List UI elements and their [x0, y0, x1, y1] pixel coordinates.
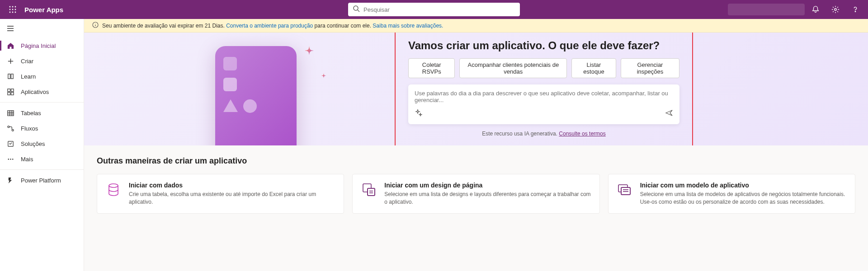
nav-divider: [0, 102, 84, 103]
nav-label: Tabelas: [21, 110, 41, 117]
card-desc: Crie uma tabela, escolha uma existente o…: [129, 191, 335, 206]
nav-learn[interactable]: Learn: [0, 69, 84, 84]
card-title: Iniciar com dados: [129, 182, 335, 189]
card-desc: Selecione em uma lista de modelos de apl…: [640, 191, 847, 206]
nav-tables[interactable]: Tabelas: [0, 105, 84, 121]
home-icon: [6, 42, 14, 50]
nav-label: Fluxos: [21, 125, 38, 132]
svg-rect-18: [7, 89, 10, 91]
template-icon: [617, 182, 633, 198]
left-sidebar: Página Inicial Criar Learn Aplicativos T…: [0, 19, 84, 271]
sparkle-icon: [319, 73, 328, 82]
svg-point-36: [109, 184, 118, 187]
top-header: Power Apps: [0, 0, 868, 19]
more-icon: [6, 155, 14, 163]
suggestion-chips: Coletar RSVPs Acompanhar clientes potenc…: [408, 58, 679, 78]
environment-picker[interactable]: [728, 4, 805, 15]
svg-point-9: [354, 6, 358, 10]
hero-title: Vamos criar um aplicativo. O que ele dev…: [408, 39, 679, 52]
nav-home[interactable]: Página Inicial: [0, 38, 84, 53]
svg-point-8: [15, 12, 16, 13]
flow-icon: [6, 124, 14, 132]
copilot-hero-card: Vamos criar um aplicativo. O que ele dev…: [395, 33, 693, 145]
trial-banner: Seu ambiente de avaliação vai expirar em…: [84, 19, 868, 33]
svg-point-12: [855, 11, 855, 12]
svg-rect-22: [7, 110, 13, 115]
card-title: Iniciar com um modelo de aplicativo: [640, 182, 847, 189]
nav-create[interactable]: Criar: [0, 53, 84, 69]
svg-point-31: [10, 159, 11, 159]
nav-label: Mais: [21, 156, 33, 163]
chip-inspections[interactable]: Gerenciar inspeções: [621, 58, 679, 78]
chip-sales-leads[interactable]: Acompanhar clientes potenciais de vendas: [459, 58, 567, 78]
nav-label: Aplicativos: [21, 89, 49, 95]
main-content: Seu ambiente de avaliação vai expirar em…: [84, 19, 868, 271]
svg-point-32: [12, 159, 13, 159]
svg-point-1: [12, 6, 14, 8]
plus-icon: [6, 57, 14, 65]
sparkle-icon[interactable]: [415, 109, 423, 119]
copilot-prompt-input[interactable]: [415, 90, 673, 104]
app-title: Power Apps: [24, 6, 63, 14]
svg-rect-20: [7, 92, 10, 95]
nav-power-platform[interactable]: Power Platform: [0, 173, 84, 188]
card-start-with-design[interactable]: Iniciar com um design de página Selecion…: [352, 174, 599, 214]
book-icon: [6, 72, 14, 80]
copilot-prompt-box: [408, 84, 679, 124]
chip-rsvp[interactable]: Coletar RSVPs: [408, 58, 455, 78]
card-start-with-template[interactable]: Iniciar com um modelo de aplicativo Sele…: [608, 174, 855, 214]
banner-text: Seu ambiente de avaliação vai expirar em…: [102, 23, 443, 29]
svg-rect-19: [11, 89, 14, 91]
sparkle-icon: [301, 46, 317, 62]
nav-label: Learn: [21, 73, 36, 80]
svg-point-0: [9, 6, 11, 8]
app-launcher-icon[interactable]: [4, 0, 22, 19]
nav-flows[interactable]: Fluxos: [0, 121, 84, 136]
nav-label: Página Inicial: [21, 42, 56, 49]
nav-solutions[interactable]: Soluções: [0, 136, 84, 151]
banner-link-convert[interactable]: Converta o ambiente para produção: [226, 23, 313, 29]
nav-apps[interactable]: Aplicativos: [0, 84, 84, 99]
svg-point-11: [835, 9, 837, 11]
hero-illustration: [215, 46, 297, 145]
svg-point-7: [12, 12, 14, 13]
terms-link[interactable]: Consulte os termos: [559, 131, 605, 137]
info-icon: [92, 22, 99, 29]
card-desc: Selecione em uma lista de designs e layo…: [384, 191, 591, 206]
settings-icon[interactable]: [826, 0, 844, 19]
nav-label: Power Platform: [21, 177, 61, 184]
send-icon[interactable]: [665, 109, 673, 119]
database-icon: [105, 182, 122, 198]
nav-divider: [0, 169, 84, 170]
nav-more[interactable]: Mais: [0, 151, 84, 167]
apps-icon: [6, 88, 14, 96]
svg-point-3: [9, 9, 11, 10]
banner-link-learn[interactable]: Saiba mais sobre avaliações.: [373, 23, 443, 29]
svg-point-5: [15, 9, 16, 10]
svg-point-6: [9, 12, 11, 13]
layout-icon: [361, 182, 377, 198]
chip-inventory[interactable]: Listar estoque: [571, 58, 616, 78]
other-ways-section: Outras maneiras de criar um aplicativo I…: [84, 145, 868, 224]
svg-rect-21: [11, 92, 14, 95]
collapse-sidebar-icon[interactable]: [0, 19, 84, 38]
notifications-icon[interactable]: [807, 0, 825, 19]
nav-label: Criar: [21, 58, 33, 65]
section-title: Outras maneiras de criar um aplicativo: [97, 156, 855, 166]
svg-point-27: [7, 126, 9, 127]
hero-section: Vamos criar um aplicativo. O que ele dev…: [84, 33, 868, 145]
search-box[interactable]: [348, 3, 520, 16]
svg-rect-43: [621, 187, 630, 195]
search-input[interactable]: [363, 6, 515, 13]
solutions-icon: [6, 140, 14, 148]
svg-point-28: [12, 129, 14, 131]
power-platform-icon: [6, 176, 14, 184]
nav-label: Soluções: [21, 140, 45, 147]
svg-rect-38: [368, 188, 375, 196]
card-start-with-data[interactable]: Iniciar com dados Crie uma tabela, escol…: [97, 174, 344, 214]
svg-point-30: [8, 159, 9, 159]
search-icon: [353, 5, 363, 14]
ai-disclaimer: Este recurso usa IA generativa. Consulte…: [408, 131, 679, 137]
card-title: Iniciar com um design de página: [384, 182, 591, 189]
help-icon[interactable]: [846, 0, 864, 19]
